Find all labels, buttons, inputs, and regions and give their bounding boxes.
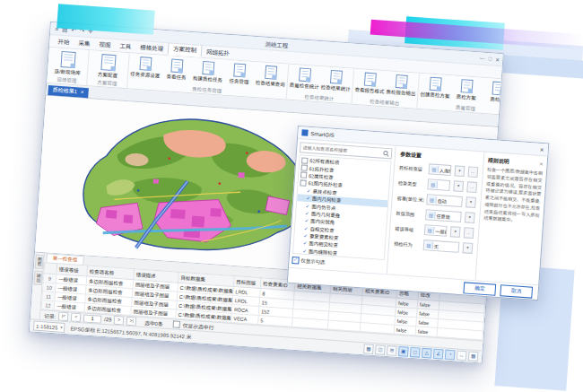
ribbon-group-0: 连/断现场库现场管理 (47, 48, 90, 85)
ribbon-tab-1[interactable]: 采集 (74, 38, 95, 50)
rule-help-close-icon[interactable]: ✕ (539, 161, 544, 166)
param-row: 数值范围▤任意值▾ (396, 207, 475, 223)
param-input[interactable]: ▤一般错误 (424, 224, 448, 237)
dock-side-tab-1[interactable]: 输出 (33, 270, 42, 285)
ribbon-tab-2[interactable]: 视图 (94, 39, 116, 52)
ribbon-button[interactable]: 任务资源设置 (130, 55, 161, 79)
tool-icon (60, 51, 75, 68)
ribbon-button[interactable]: 检查结果统计 (320, 68, 352, 92)
rule-help-text: 检查一个图层/数据集中各相邻面要素之间是否存在相交或重叠的情况。若存在相交将被记… (483, 167, 543, 226)
param-input[interactable]: ▤入库时与新要素发生碰撞的图层集 (429, 163, 452, 176)
view-tool-icon-7[interactable]: ◔ (445, 350, 456, 361)
dropdown-button[interactable]: ▾ (454, 165, 465, 177)
browse-button[interactable]: … (464, 227, 474, 239)
param-input[interactable]: ▤任意值 (425, 209, 462, 222)
layer-icon: ▤ (428, 196, 437, 204)
ribbon-button[interactable]: 方案配置 (90, 52, 127, 80)
tool-icon (265, 65, 277, 80)
checkbox-icon[interactable] (301, 157, 308, 163)
param-value: 任意值 (436, 213, 460, 221)
ribbon-button[interactable]: 查看报告格式 (354, 71, 386, 95)
show-checked-checkbox[interactable]: ✓ (292, 257, 300, 265)
chevron-down-icon: ▾ (60, 326, 63, 330)
param-label: 容差(单位:米) (396, 194, 423, 202)
view-tool-icon-8[interactable]: ↔ (457, 351, 467, 362)
ribbon-button[interactable]: 质检表 (483, 80, 501, 104)
view-tool-icon-5[interactable]: △ (422, 348, 432, 359)
ribbon-tab-6[interactable]: 网络拓扑 (202, 47, 235, 59)
tool-icon (461, 79, 474, 93)
param-input[interactable]: ▤无 (423, 240, 460, 253)
param-input[interactable]: ▤ (427, 179, 450, 191)
checkbox-icon[interactable] (300, 164, 307, 170)
dock-side-tab-0[interactable]: 图层 (34, 254, 43, 269)
ribbon-button[interactable]: 质检方案 (451, 77, 483, 101)
close-icon[interactable]: ✕ (495, 57, 500, 63)
tool-icon (430, 77, 442, 91)
scale-value: 1:158125 (36, 323, 58, 330)
check-icon: ✓ (304, 225, 309, 231)
dropdown-button[interactable]: ▾ (453, 180, 464, 192)
view-tool-icon-1[interactable]: ◫ (375, 344, 386, 355)
layer-icon: ▤ (425, 241, 434, 249)
smartgis-dialog: SmartGIS ✕ 62所有质检项61拓扑检查62属性检查61图内拓扑检查✓悬… (287, 126, 550, 301)
view-tool-icon-2[interactable]: ⊞ (387, 345, 397, 356)
param-label: 错误等级 (395, 224, 422, 232)
tool-icon (170, 59, 183, 74)
dropdown-button[interactable]: ▾ (466, 196, 476, 208)
view-tool-icon-9[interactable]: ▦ (468, 351, 479, 362)
check-icon: ✓ (304, 218, 309, 223)
param-value: 入库时与新要素发生碰撞的图层集 (439, 167, 450, 174)
checkbox-icon[interactable] (300, 172, 307, 179)
app-logo (301, 129, 308, 135)
dropdown-button[interactable]: ▾ (450, 226, 461, 238)
ribbon-tab-4[interactable]: 栅格处理 (135, 42, 169, 55)
param-value: 无 (434, 242, 458, 250)
ribbon-button[interactable]: 检查结果查询 (256, 64, 287, 88)
ribbon-button[interactable]: 质检报告输出 (386, 73, 417, 97)
check-icon: ✓ (303, 233, 308, 239)
dialog-close-icon[interactable]: ✕ (540, 146, 545, 152)
ribbon-group-5: 创建质检方案质检方案质检表质量管理 (417, 74, 500, 115)
tool-icon (100, 54, 116, 71)
ribbon-tab-3[interactable]: 工具 (115, 40, 136, 53)
view-tool-icon-0[interactable]: ▦ (363, 344, 374, 354)
ribbon-button[interactable]: 任务管理 (224, 62, 256, 86)
param-input[interactable]: ▤自动 (426, 194, 463, 207)
view-tool-icon-4[interactable]: □ (410, 347, 421, 358)
ribbon-button[interactable]: 连/断现场库 (49, 49, 87, 77)
dropdown-button[interactable]: ▾ (463, 242, 474, 254)
check-icon: ✓ (302, 248, 307, 254)
ribbon-button[interactable]: 查看任务 (161, 57, 193, 82)
dropdown-button[interactable]: ▾ (465, 212, 475, 223)
table-cell: 12 (41, 301, 55, 310)
check-icon: ✓ (306, 203, 310, 208)
layer-icon: ▤ (430, 180, 439, 188)
param-row: 预检行为▤无▾ (394, 238, 474, 254)
ribbon-button[interactable]: 质量检查统计 (289, 66, 320, 91)
param-row: 检查类型▤▾… (397, 177, 477, 193)
browse-button[interactable]: … (466, 181, 477, 193)
check-icon: ✓ (306, 196, 310, 201)
rule-help-panel: 规则说明 ✕ 检查一个图层/数据集中各相邻面要素之间是否存在相交或重叠的情况。若… (474, 152, 547, 285)
browse-button[interactable]: … (467, 166, 478, 178)
scale-select[interactable]: 1:158125 ▾ (33, 321, 65, 333)
ribbon-button[interactable]: 构建质检任务 (193, 59, 224, 83)
view-tool-icon-6[interactable]: ∠ (433, 349, 444, 360)
ribbon-tab-0[interactable]: 开始 (53, 36, 74, 48)
layer-icon: ▤ (426, 226, 435, 234)
minimize-icon[interactable]: — (479, 55, 484, 61)
column-header[interactable] (44, 263, 57, 274)
ribbon-button[interactable]: 创建质检方案 (420, 75, 451, 100)
maximize-icon[interactable]: □ (488, 56, 492, 62)
view-tool-icon-3[interactable]: ▣ (398, 346, 409, 357)
ribbon-group-3: 质量检查统计检查结果统计检查结果统计 (287, 65, 355, 104)
checkbox-icon[interactable] (300, 179, 306, 186)
close-tab-icon[interactable]: × (81, 88, 84, 98)
ok-button[interactable]: 确定 (463, 282, 496, 295)
tree-search-input[interactable] (302, 144, 383, 155)
rule-help-title: 规则说明 (488, 156, 510, 166)
cancel-button[interactable]: 取消 (500, 284, 533, 298)
check-icon: ✓ (307, 188, 311, 194)
only-selected-checkbox[interactable] (172, 320, 180, 328)
